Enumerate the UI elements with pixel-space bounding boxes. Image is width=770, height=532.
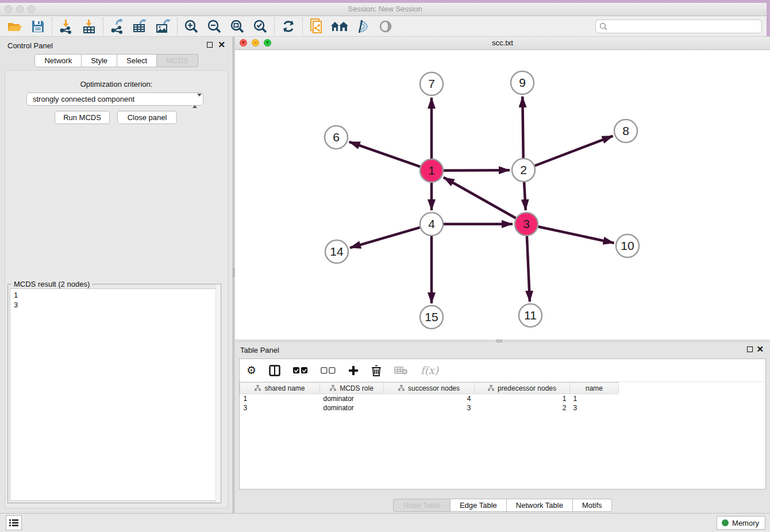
criterion-value: strongly connected component bbox=[33, 95, 134, 103]
edge-3-11[interactable] bbox=[527, 236, 530, 302]
search-field-wrap bbox=[595, 20, 762, 33]
column-shared-name[interactable]: shared name bbox=[240, 383, 320, 394]
mcds-result-text[interactable]: 1 3 bbox=[10, 288, 219, 501]
app-titlebar: Session: New Session bbox=[0, 3, 770, 16]
close-window-icon[interactable] bbox=[5, 5, 12, 13]
column-layout-icon[interactable] bbox=[269, 365, 280, 376]
edge-2-8[interactable] bbox=[535, 136, 613, 166]
export-table-icon[interactable] bbox=[129, 18, 152, 35]
tab-node-table[interactable]: Node Table bbox=[393, 499, 451, 512]
network-window-title: scc.txt bbox=[235, 37, 770, 49]
tab-mcds[interactable]: MCDS bbox=[157, 54, 198, 67]
float-panel-icon[interactable] bbox=[207, 42, 213, 48]
toolbar-separator bbox=[274, 18, 275, 35]
tab-style[interactable]: Style bbox=[82, 54, 117, 67]
zoom-selected-icon[interactable] bbox=[249, 18, 272, 35]
save-session-icon[interactable] bbox=[26, 18, 49, 35]
show-graphics-icon[interactable] bbox=[374, 18, 397, 35]
zoom-out-icon[interactable] bbox=[203, 18, 226, 35]
app-title: Session: New Session bbox=[0, 3, 770, 16]
memory-button[interactable]: Memory bbox=[717, 516, 765, 530]
control-panel-tabs: Network Style Select MCDS bbox=[0, 54, 233, 67]
memory-label: Memory bbox=[732, 519, 759, 527]
tab-network[interactable]: Network bbox=[34, 54, 82, 67]
toolbar-separator bbox=[103, 18, 103, 35]
minimize-network-icon[interactable]: − bbox=[252, 39, 259, 47]
settings-gear-icon[interactable]: ⚙ bbox=[247, 364, 256, 377]
status-bar: Memory bbox=[0, 513, 770, 532]
tab-select[interactable]: Select bbox=[117, 54, 157, 67]
toolbar-separator bbox=[302, 18, 303, 35]
edge-3-1[interactable] bbox=[444, 178, 516, 218]
close-panel-icon[interactable]: ✕ bbox=[218, 42, 225, 48]
column-mcds-role[interactable]: MCDS role bbox=[320, 383, 384, 394]
mcds-result-title: MCDS result (2 nodes) bbox=[11, 280, 92, 288]
search-icon bbox=[599, 22, 607, 33]
graph-node-label: 15 bbox=[425, 310, 438, 323]
close-panel-button[interactable]: Close panel bbox=[117, 111, 177, 124]
desktop-strip bbox=[767, 3, 770, 36]
minimize-window-icon[interactable] bbox=[16, 5, 24, 13]
delete-table-icon[interactable] bbox=[394, 366, 408, 375]
zoom-in-icon[interactable] bbox=[180, 18, 203, 35]
close-network-icon[interactable]: × bbox=[240, 39, 247, 47]
refresh-icon[interactable] bbox=[277, 18, 300, 35]
edge-3-10[interactable] bbox=[538, 226, 614, 243]
column-name[interactable]: name bbox=[570, 383, 619, 394]
column-predecessor-nodes[interactable]: predecessor nodes bbox=[475, 383, 570, 394]
hide-graphics-icon[interactable] bbox=[351, 18, 374, 35]
network-graph[interactable]: 7968124314101511 bbox=[235, 50, 770, 339]
table-panel-title: Table Panel bbox=[240, 346, 279, 354]
column-successor-nodes[interactable]: successor nodes bbox=[384, 383, 475, 394]
import-network-icon[interactable] bbox=[55, 18, 78, 35]
tab-edge-table[interactable]: Edge Table bbox=[451, 499, 507, 512]
export-network-icon[interactable] bbox=[106, 18, 129, 35]
graph-node-label: 6 bbox=[333, 130, 340, 144]
select-stepper-icon bbox=[192, 95, 198, 107]
deselect-all-icon[interactable] bbox=[321, 367, 336, 374]
open-session-icon[interactable] bbox=[3, 18, 26, 35]
zoom-fit-icon[interactable] bbox=[226, 18, 249, 35]
table-header-row: shared name MCDS role successor nodes pr… bbox=[240, 383, 766, 394]
new-network-icon[interactable] bbox=[305, 18, 328, 35]
add-column-icon[interactable] bbox=[348, 365, 359, 376]
run-mcds-button[interactable]: Run MCDS bbox=[55, 111, 110, 124]
table-toolbar: ⚙ f(x) bbox=[240, 359, 765, 382]
edge-4-14[interactable] bbox=[350, 228, 420, 248]
table-row[interactable]: 3 dominator 3 2 3 bbox=[240, 403, 766, 413]
edge-1-6[interactable] bbox=[349, 142, 421, 167]
table-panel: Table Panel ✕ ⚙ bbox=[235, 342, 770, 498]
graph-node-label: 11 bbox=[524, 309, 537, 322]
tab-motifs[interactable]: Motifs bbox=[573, 499, 612, 512]
network-window-titlebar: × − + scc.txt bbox=[235, 37, 770, 50]
select-all-icon[interactable] bbox=[293, 367, 308, 374]
main-toolbar bbox=[0, 16, 770, 37]
graph-node-label: 14 bbox=[330, 245, 344, 258]
edge-1-2[interactable] bbox=[444, 170, 510, 171]
import-table-icon[interactable] bbox=[78, 18, 101, 35]
graph-node-label: 8 bbox=[622, 124, 629, 137]
criterion-select[interactable]: strongly connected component bbox=[26, 92, 203, 106]
optimization-criterion-label: Optimization criterion: bbox=[5, 80, 228, 88]
delete-trash-icon[interactable] bbox=[371, 365, 382, 376]
mcds-result-scrollbar[interactable] bbox=[215, 284, 221, 503]
panel-list-button[interactable] bbox=[6, 515, 22, 530]
tab-network-table[interactable]: Network Table bbox=[507, 499, 573, 512]
float-table-panel-icon[interactable] bbox=[747, 346, 753, 352]
close-table-panel-icon[interactable]: ✕ bbox=[756, 346, 764, 352]
memory-status-icon bbox=[722, 519, 729, 526]
maximize-network-icon[interactable]: + bbox=[264, 39, 271, 47]
home-icon[interactable] bbox=[328, 18, 351, 35]
control-panel: Control Panel ✕ Network Style Select MCD… bbox=[0, 37, 233, 513]
network-view-window: × − + scc.txt 7968124314101511 bbox=[235, 37, 770, 340]
export-image-icon[interactable] bbox=[152, 18, 175, 35]
edge-2-9[interactable] bbox=[522, 97, 523, 158]
graph-node-label: 1 bbox=[428, 164, 435, 177]
edge-2-3[interactable] bbox=[524, 182, 526, 210]
zoom-window-icon[interactable] bbox=[28, 5, 35, 13]
control-panel-title: Control Panel bbox=[7, 41, 53, 50]
function-fx-icon[interactable]: f(x) bbox=[421, 364, 438, 376]
search-input[interactable] bbox=[595, 20, 762, 33]
table-row[interactable]: 1 dominator 4 1 1 bbox=[240, 394, 766, 403]
network-canvas[interactable]: 7968124314101511 bbox=[235, 50, 770, 339]
